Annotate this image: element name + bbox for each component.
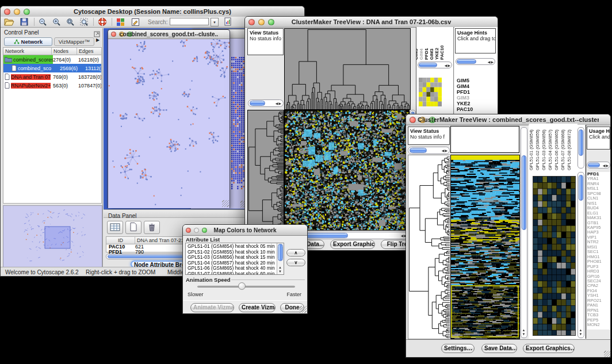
- scrollbar-thumb[interactable]: [522, 155, 526, 230]
- zoom-in-icon[interactable]: [52, 18, 61, 29]
- network-row-combined-scores[interactable]: combined_scores 2764(0) 16218(0): [3, 55, 101, 64]
- attribute-select-button[interactable]: [107, 221, 123, 234]
- network-window-1-titlebar[interactable]: combined_scores_good.txt--cluste...: [108, 30, 230, 39]
- zoom-out-icon[interactable]: [39, 18, 47, 29]
- settings-button[interactable]: Settings…: [441, 344, 475, 353]
- file-icon: [5, 74, 10, 80]
- mini-hscrollbar[interactable]: ◀▶: [418, 62, 452, 68]
- desktop: { "main_window": { "title": "Cytoscape D…: [0, 0, 612, 364]
- status-zoom-hint: Right-click + drag to ZOOM: [86, 269, 155, 275]
- column-dendrogram-canvas[interactable]: [284, 28, 411, 110]
- move-down-button[interactable]: ∨: [286, 259, 305, 266]
- scroll-arrows[interactable]: ◀▶: [445, 64, 451, 68]
- search-dropdown-button[interactable]: ▼: [211, 18, 219, 26]
- delete-attribute-button[interactable]: [144, 221, 160, 234]
- help-lifering-icon[interactable]: [98, 17, 107, 29]
- global-heatmap-canvas[interactable]: [284, 110, 410, 231]
- zoom-heatmap-canvas[interactable]: [533, 176, 576, 336]
- scroll-arrows[interactable]: ◀▶: [442, 149, 448, 153]
- column-header-nodes[interactable]: Nodes: [52, 48, 77, 55]
- tab-overflow-arrow[interactable]: ▶: [96, 37, 100, 43]
- vizmapper-icon[interactable]: [116, 18, 125, 29]
- scrollbar-thumb[interactable]: [419, 63, 437, 67]
- zoom-fit-icon[interactable]: [80, 18, 89, 29]
- close-button[interactable]: [4, 9, 10, 15]
- scrollbar-thumb[interactable]: [588, 163, 600, 167]
- save-data-button[interactable]: Save Data…: [481, 344, 517, 353]
- animation-speed-label: Animation Speed: [186, 277, 231, 283]
- scroll-arrows[interactable]: ▲▼: [521, 328, 527, 336]
- speed-slider-track[interactable]: [197, 286, 295, 288]
- row-label[interactable]: YKE2: [457, 101, 473, 106]
- dialog-titlebar[interactable]: Map Colors to Network: [183, 225, 307, 236]
- tab-vizmapper[interactable]: VizMapper™: [54, 37, 94, 46]
- list-vscrollbar[interactable]: ▲▼: [277, 243, 284, 274]
- hints-hscrollbar[interactable]: ◀▶: [456, 58, 495, 65]
- view-status-hscrollbar[interactable]: ◀▶: [408, 147, 450, 154]
- global-heatmap-canvas[interactable]: [450, 155, 520, 339]
- scrollbar-thumb[interactable]: [250, 101, 265, 106]
- scrollbar-thumb[interactable]: [579, 129, 583, 156]
- resize-grip[interactable]: [604, 351, 611, 358]
- treeview2-titlebar[interactable]: ClusterMaker TreeView : combined_scores_…: [406, 114, 610, 125]
- scrollbar-thumb[interactable]: [410, 148, 427, 153]
- close-button[interactable]: [111, 32, 116, 37]
- scroll-arrows[interactable]: ▲▼: [578, 328, 584, 336]
- new-attribute-button[interactable]: [125, 221, 141, 234]
- close-button[interactable]: [248, 19, 255, 25]
- row-label[interactable]: GIM5: [457, 78, 473, 83]
- column-header-network[interactable]: Network: [3, 48, 52, 55]
- row-dendrogram-canvas[interactable]: [247, 110, 284, 231]
- gene-label[interactable]: MON2: [587, 323, 611, 327]
- close-button[interactable]: [186, 228, 191, 233]
- network-row-dna-tran[interactable]: DNA and Tran 07 769(0) 183728(0): [3, 72, 101, 81]
- create-vizmap-button[interactable]: Create Vizmap: [239, 303, 276, 312]
- treeview1-titlebar[interactable]: ClusterMaker TreeView : DNA and Tran 07-…: [245, 17, 498, 28]
- resize-grip[interactable]: [300, 306, 307, 313]
- save-icon[interactable]: [20, 18, 28, 28]
- scroll-arrows[interactable]: ◀▶: [488, 60, 494, 64]
- export-graphics-button[interactable]: Export Graphics…: [523, 344, 575, 353]
- report-icon[interactable]: [224, 17, 232, 28]
- panel-divider: [586, 125, 586, 339]
- scrollbar-thumb[interactable]: [579, 175, 583, 201]
- row-label[interactable]: PFD1: [457, 89, 473, 95]
- view-status-hscrollbar[interactable]: ◀▶: [248, 99, 284, 107]
- column-label: GIM4: [419, 48, 424, 60]
- animate-vizmap-button[interactable]: Animate Vizmap: [190, 303, 234, 312]
- column-header-edges[interactable]: Edges: [77, 48, 101, 55]
- network-view-canvas-1[interactable]: [108, 39, 230, 208]
- network-row-combined-sco-selected[interactable]: combined_sco 2569(6) 13112(15): [3, 64, 101, 72]
- heatmap-vscrollbar[interactable]: ▲▼: [521, 127, 527, 338]
- column-label: PFD1: [424, 48, 429, 60]
- row-label[interactable]: GIM4: [457, 83, 473, 89]
- gene-label-list: PFD1YRA1RNR4MSL1SPC98CLN1NIS1BUD4ELG1MAK…: [587, 172, 611, 329]
- export-graphics-button[interactable]: Export Graphics…: [330, 240, 375, 249]
- scroll-arrows[interactable]: ◀▶: [603, 164, 609, 168]
- network-overview-panel[interactable]: [3, 205, 102, 267]
- speed-slider-thumb[interactable]: [238, 282, 246, 290]
- labels-vscrollbar[interactable]: [577, 127, 584, 168]
- attribute-item[interactable]: GPL51-07 (GSM868) heat shock 60 min: [186, 271, 276, 275]
- usage-hints-box: Usage Hints Click and drag to: [455, 28, 496, 53]
- row-dendrogram-canvas[interactable]: [408, 155, 450, 339]
- scroll-arrows[interactable]: ◀▶: [276, 102, 282, 106]
- zoom-heatmap-canvas[interactable]: [419, 78, 442, 106]
- zoom-selected-icon[interactable]: [66, 18, 75, 29]
- open-file-icon[interactable]: [4, 18, 14, 28]
- move-up-button[interactable]: ∧: [286, 249, 305, 256]
- close-button[interactable]: [410, 117, 416, 123]
- resize-grip[interactable]: [222, 200, 229, 207]
- hints-hscrollbar[interactable]: ◀▶: [587, 162, 610, 168]
- network-row-rnapuber[interactable]: RNAPuberNov2+ 563(0) 107847(0): [3, 81, 101, 90]
- annotation-icon[interactable]: [131, 18, 140, 29]
- zoom-vscrollbar[interactable]: ▲▼: [577, 172, 584, 338]
- scrollbar-thumb[interactable]: [278, 244, 283, 261]
- scrollbar-thumb[interactable]: [457, 59, 476, 64]
- row-label[interactable]: GIM3: [457, 95, 473, 101]
- column-dendrogram-area[interactable]: [450, 126, 519, 153]
- scroll-arrows[interactable]: ▲▼: [277, 266, 284, 274]
- tab-network[interactable]: Network: [4, 37, 52, 46]
- row-label[interactable]: PAC10: [457, 106, 473, 112]
- search-input[interactable]: [170, 18, 209, 25]
